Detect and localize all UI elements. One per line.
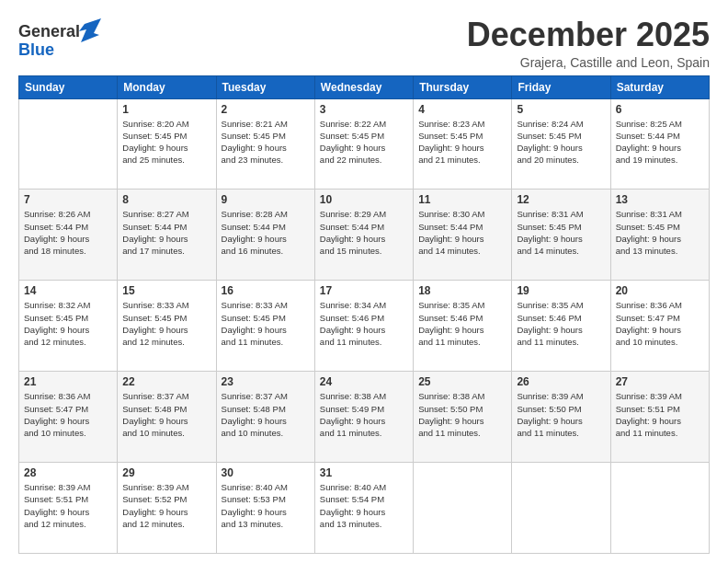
day-info: Sunrise: 8:25 AM Sunset: 5:44 PM Dayligh… bbox=[616, 118, 704, 167]
table-row bbox=[512, 463, 610, 554]
calendar-page: General Blue December 2025 Grajera, Cast… bbox=[0, 0, 728, 563]
calendar-week-row: 1Sunrise: 8:20 AM Sunset: 5:45 PM Daylig… bbox=[19, 98, 710, 190]
table-row bbox=[610, 463, 709, 554]
table-row: 19Sunrise: 8:35 AM Sunset: 5:46 PM Dayli… bbox=[512, 281, 610, 372]
calendar-table: Sunday Monday Tuesday Wednesday Thursday… bbox=[18, 75, 710, 554]
day-info: Sunrise: 8:35 AM Sunset: 5:46 PM Dayligh… bbox=[418, 299, 506, 348]
day-info: Sunrise: 8:29 AM Sunset: 5:44 PM Dayligh… bbox=[320, 208, 408, 257]
day-number: 20 bbox=[616, 284, 704, 297]
day-number: 22 bbox=[122, 375, 210, 388]
calendar-week-row: 14Sunrise: 8:32 AM Sunset: 5:45 PM Dayli… bbox=[19, 281, 710, 372]
day-number: 7 bbox=[24, 193, 112, 206]
table-row: 26Sunrise: 8:39 AM Sunset: 5:50 PM Dayli… bbox=[512, 372, 610, 463]
day-info: Sunrise: 8:22 AM Sunset: 5:45 PM Dayligh… bbox=[320, 118, 408, 167]
table-row: 20Sunrise: 8:36 AM Sunset: 5:47 PM Dayli… bbox=[610, 281, 709, 372]
day-info: Sunrise: 8:36 AM Sunset: 5:47 PM Dayligh… bbox=[616, 299, 704, 348]
location-subtitle: Grajera, Castille and Leon, Spain bbox=[467, 55, 710, 70]
day-info: Sunrise: 8:39 AM Sunset: 5:52 PM Dayligh… bbox=[122, 481, 210, 530]
day-info: Sunrise: 8:32 AM Sunset: 5:45 PM Dayligh… bbox=[24, 299, 112, 348]
table-row: 12Sunrise: 8:31 AM Sunset: 5:45 PM Dayli… bbox=[512, 190, 610, 281]
day-info: Sunrise: 8:33 AM Sunset: 5:45 PM Dayligh… bbox=[222, 299, 310, 348]
day-info: Sunrise: 8:20 AM Sunset: 5:45 PM Dayligh… bbox=[122, 118, 210, 167]
day-number: 27 bbox=[616, 375, 704, 388]
day-info: Sunrise: 8:37 AM Sunset: 5:48 PM Dayligh… bbox=[122, 390, 210, 439]
table-row: 13Sunrise: 8:31 AM Sunset: 5:45 PM Dayli… bbox=[610, 190, 709, 281]
day-info: Sunrise: 8:39 AM Sunset: 5:50 PM Dayligh… bbox=[517, 390, 605, 439]
table-row: 18Sunrise: 8:35 AM Sunset: 5:46 PM Dayli… bbox=[414, 281, 512, 372]
day-info: Sunrise: 8:23 AM Sunset: 5:45 PM Dayligh… bbox=[418, 118, 506, 167]
day-number: 25 bbox=[418, 375, 506, 388]
table-row: 1Sunrise: 8:20 AM Sunset: 5:45 PM Daylig… bbox=[118, 98, 216, 190]
header-monday: Monday bbox=[118, 75, 216, 98]
day-number: 28 bbox=[24, 466, 112, 479]
day-number: 9 bbox=[222, 193, 310, 206]
day-info: Sunrise: 8:27 AM Sunset: 5:44 PM Dayligh… bbox=[122, 208, 210, 257]
logo-icon: General Blue bbox=[18, 17, 101, 63]
table-row: 16Sunrise: 8:33 AM Sunset: 5:45 PM Dayli… bbox=[216, 281, 314, 372]
table-row: 10Sunrise: 8:29 AM Sunset: 5:44 PM Dayli… bbox=[314, 190, 413, 281]
table-row: 2Sunrise: 8:21 AM Sunset: 5:45 PM Daylig… bbox=[216, 98, 314, 190]
day-info: Sunrise: 8:28 AM Sunset: 5:44 PM Dayligh… bbox=[222, 208, 310, 257]
day-number: 19 bbox=[517, 284, 605, 297]
day-number: 14 bbox=[24, 284, 112, 297]
table-row: 24Sunrise: 8:38 AM Sunset: 5:49 PM Dayli… bbox=[314, 372, 413, 463]
table-row: 7Sunrise: 8:26 AM Sunset: 5:44 PM Daylig… bbox=[19, 190, 118, 281]
header-wednesday: Wednesday bbox=[314, 75, 413, 98]
day-number: 17 bbox=[320, 284, 408, 297]
day-info: Sunrise: 8:26 AM Sunset: 5:44 PM Dayligh… bbox=[24, 208, 112, 257]
day-info: Sunrise: 8:36 AM Sunset: 5:47 PM Dayligh… bbox=[24, 390, 112, 439]
svg-text:Blue: Blue bbox=[18, 40, 54, 59]
month-title: December 2025 bbox=[467, 17, 710, 53]
table-row: 8Sunrise: 8:27 AM Sunset: 5:44 PM Daylig… bbox=[118, 190, 216, 281]
header-sunday: Sunday bbox=[19, 75, 118, 98]
day-info: Sunrise: 8:30 AM Sunset: 5:44 PM Dayligh… bbox=[418, 208, 506, 257]
table-row: 9Sunrise: 8:28 AM Sunset: 5:44 PM Daylig… bbox=[216, 190, 314, 281]
calendar-week-row: 7Sunrise: 8:26 AM Sunset: 5:44 PM Daylig… bbox=[19, 190, 710, 281]
day-number: 4 bbox=[418, 103, 506, 116]
day-number: 24 bbox=[320, 375, 408, 388]
day-number: 11 bbox=[418, 193, 506, 206]
table-row: 5Sunrise: 8:24 AM Sunset: 5:45 PM Daylig… bbox=[512, 98, 610, 190]
day-number: 12 bbox=[517, 193, 605, 206]
day-info: Sunrise: 8:39 AM Sunset: 5:51 PM Dayligh… bbox=[24, 481, 112, 530]
day-number: 15 bbox=[122, 284, 210, 297]
day-number: 29 bbox=[122, 466, 210, 479]
table-row: 31Sunrise: 8:40 AM Sunset: 5:54 PM Dayli… bbox=[314, 463, 413, 554]
calendar-week-row: 21Sunrise: 8:36 AM Sunset: 5:47 PM Dayli… bbox=[19, 372, 710, 463]
table-row: 22Sunrise: 8:37 AM Sunset: 5:48 PM Dayli… bbox=[118, 372, 216, 463]
day-info: Sunrise: 8:38 AM Sunset: 5:50 PM Dayligh… bbox=[418, 390, 506, 439]
day-number: 2 bbox=[222, 103, 310, 116]
day-info: Sunrise: 8:38 AM Sunset: 5:49 PM Dayligh… bbox=[320, 390, 408, 439]
table-row: 14Sunrise: 8:32 AM Sunset: 5:45 PM Dayli… bbox=[19, 281, 118, 372]
day-number: 13 bbox=[616, 193, 704, 206]
table-row: 3Sunrise: 8:22 AM Sunset: 5:45 PM Daylig… bbox=[314, 98, 413, 190]
table-row: 15Sunrise: 8:33 AM Sunset: 5:45 PM Dayli… bbox=[118, 281, 216, 372]
day-info: Sunrise: 8:40 AM Sunset: 5:53 PM Dayligh… bbox=[222, 481, 310, 530]
header-tuesday: Tuesday bbox=[216, 75, 314, 98]
day-number: 16 bbox=[222, 284, 310, 297]
table-row: 11Sunrise: 8:30 AM Sunset: 5:44 PM Dayli… bbox=[414, 190, 512, 281]
table-row: 21Sunrise: 8:36 AM Sunset: 5:47 PM Dayli… bbox=[19, 372, 118, 463]
table-row: 28Sunrise: 8:39 AM Sunset: 5:51 PM Dayli… bbox=[19, 463, 118, 554]
day-number: 5 bbox=[517, 103, 605, 116]
header-saturday: Saturday bbox=[610, 75, 709, 98]
day-info: Sunrise: 8:35 AM Sunset: 5:46 PM Dayligh… bbox=[517, 299, 605, 348]
logo: General Blue bbox=[18, 17, 101, 63]
header: General Blue December 2025 Grajera, Cast… bbox=[18, 17, 710, 70]
calendar-week-row: 28Sunrise: 8:39 AM Sunset: 5:51 PM Dayli… bbox=[19, 463, 710, 554]
day-number: 6 bbox=[616, 103, 704, 116]
day-info: Sunrise: 8:31 AM Sunset: 5:45 PM Dayligh… bbox=[517, 208, 605, 257]
table-row bbox=[414, 463, 512, 554]
day-info: Sunrise: 8:21 AM Sunset: 5:45 PM Dayligh… bbox=[222, 118, 310, 167]
day-info: Sunrise: 8:40 AM Sunset: 5:54 PM Dayligh… bbox=[320, 481, 408, 530]
day-info: Sunrise: 8:37 AM Sunset: 5:48 PM Dayligh… bbox=[222, 390, 310, 439]
header-friday: Friday bbox=[512, 75, 610, 98]
day-info: Sunrise: 8:31 AM Sunset: 5:45 PM Dayligh… bbox=[616, 208, 704, 257]
day-info: Sunrise: 8:34 AM Sunset: 5:46 PM Dayligh… bbox=[320, 299, 408, 348]
title-block: December 2025 Grajera, Castille and Leon… bbox=[467, 17, 710, 70]
svg-text:General: General bbox=[18, 22, 80, 40]
table-row: 29Sunrise: 8:39 AM Sunset: 5:52 PM Dayli… bbox=[118, 463, 216, 554]
table-row: 30Sunrise: 8:40 AM Sunset: 5:53 PM Dayli… bbox=[216, 463, 314, 554]
header-thursday: Thursday bbox=[414, 75, 512, 98]
svg-marker-2 bbox=[79, 18, 101, 42]
